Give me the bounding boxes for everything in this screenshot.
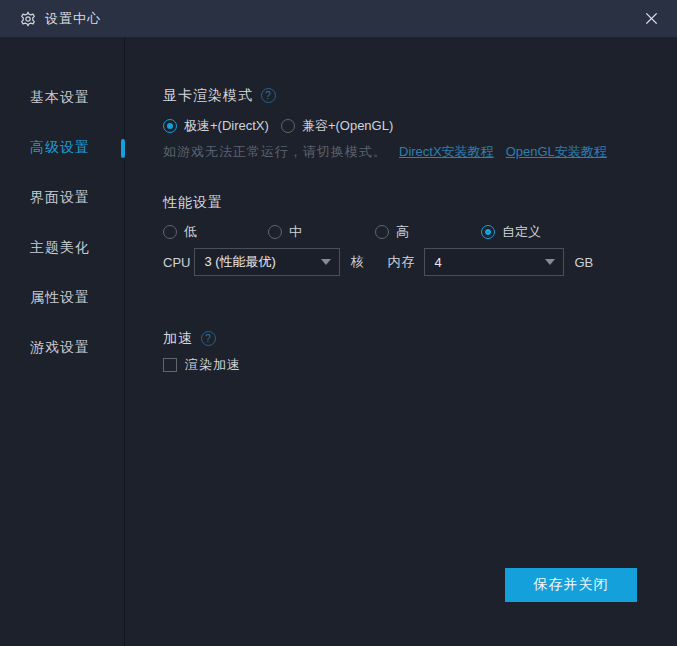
help-icon-acceleration[interactable]: ? [201, 331, 216, 346]
radio-directx-label: 极速+(DirectX) [184, 117, 269, 135]
cpu-select[interactable]: 3 (性能最优) [194, 248, 340, 276]
directx-tutorial-link[interactable]: DirectX安装教程 [399, 143, 494, 161]
gear-icon [20, 11, 36, 27]
window-body: 基本设置 高级设置 界面设置 主题美化 属性设置 游戏设置 显卡渲染模式 ? 极… [0, 37, 677, 646]
performance-section-title: 性能设置 [163, 193, 677, 212]
radio-perf-low-label: 低 [184, 223, 197, 241]
sidebar-item-theme[interactable]: 主题美化 [0, 237, 124, 257]
graphics-mode-options: 极速+(DirectX) 兼容+(OpenGL) [163, 117, 677, 134]
graphics-hint-text: 如游戏无法正常运行，请切换模式。 [163, 143, 387, 161]
save-and-close-button[interactable]: 保存并关闭 [505, 568, 637, 602]
cpu-memory-row: CPU 3 (性能最优) 核 内存 4 GB [163, 248, 677, 276]
radio-perf-high[interactable]: 高 [375, 223, 481, 241]
radio-directx[interactable]: 极速+(DirectX) [163, 117, 269, 135]
radio-opengl[interactable]: 兼容+(OpenGL) [281, 117, 393, 135]
radio-perf-custom[interactable]: 自定义 [481, 223, 541, 241]
radio-directx-circle [163, 119, 177, 133]
radio-perf-medium-label: 中 [289, 223, 302, 241]
acceleration-section-title: 加速 [163, 330, 193, 348]
cpu-unit-label: 核 [350, 253, 364, 271]
acceleration-section-title-row: 加速 ? [163, 329, 677, 348]
sidebar-item-property[interactable]: 属性设置 [0, 287, 124, 307]
radio-opengl-label: 兼容+(OpenGL) [302, 117, 393, 135]
cpu-select-value: 3 (性能最优) [204, 253, 313, 271]
cpu-label: CPU [163, 255, 190, 270]
sidebar-item-advanced[interactable]: 高级设置 [0, 137, 124, 157]
memory-label: 内存 [387, 253, 415, 271]
settings-window: 设置中心 基本设置 高级设置 界面设置 主题美化 属性设置 游戏设置 显卡渲染模… [0, 0, 677, 646]
radio-perf-high-circle [375, 225, 389, 239]
render-acceleration-checkbox[interactable] [163, 358, 177, 372]
help-icon-graphics[interactable]: ? [261, 88, 276, 103]
sidebar-item-basic[interactable]: 基本设置 [0, 87, 124, 107]
memory-select[interactable]: 4 [424, 248, 564, 276]
radio-perf-custom-circle [481, 225, 495, 239]
sidebar-item-interface[interactable]: 界面设置 [0, 187, 124, 207]
memory-unit-label: GB [574, 255, 593, 270]
sidebar-item-game[interactable]: 游戏设置 [0, 337, 124, 357]
radio-perf-medium[interactable]: 中 [268, 223, 375, 241]
graphics-hint-row: 如游戏无法正常运行，请切换模式。 DirectX安装教程 OpenGL安装教程 [163, 144, 677, 160]
content-panel: 显卡渲染模式 ? 极速+(DirectX) 兼容+(OpenGL) 如游戏无法正… [125, 37, 677, 646]
radio-perf-medium-circle [268, 225, 282, 239]
memory-select-value: 4 [434, 255, 537, 270]
radio-perf-high-label: 高 [396, 223, 409, 241]
performance-options: 低 中 高 自定义 [163, 223, 677, 240]
render-acceleration-option[interactable]: 渲染加速 [163, 357, 677, 373]
graphics-section-title-row: 显卡渲染模式 ? [163, 86, 677, 105]
render-acceleration-label: 渲染加速 [185, 356, 241, 374]
titlebar: 设置中心 [0, 0, 677, 37]
radio-perf-low[interactable]: 低 [163, 223, 268, 241]
chevron-down-icon [321, 259, 331, 265]
chevron-down-icon [545, 259, 555, 265]
radio-perf-custom-label: 自定义 [502, 223, 541, 241]
opengl-tutorial-link[interactable]: OpenGL安装教程 [506, 143, 607, 161]
radio-perf-low-circle [163, 225, 177, 239]
window-title: 设置中心 [45, 10, 101, 28]
close-icon[interactable] [637, 5, 665, 33]
radio-opengl-circle [281, 119, 295, 133]
graphics-section-title: 显卡渲染模式 [163, 87, 253, 105]
sidebar: 基本设置 高级设置 界面设置 主题美化 属性设置 游戏设置 [0, 37, 125, 646]
